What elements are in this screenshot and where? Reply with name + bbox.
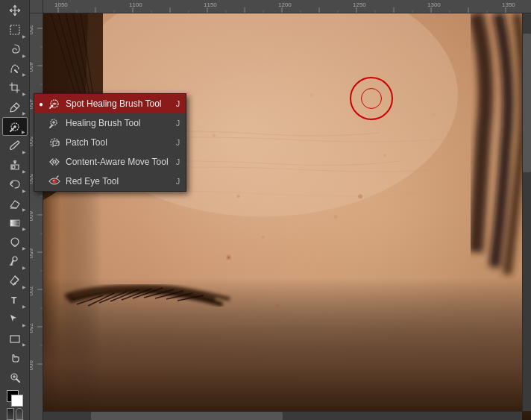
tool-hand[interactable] bbox=[2, 348, 28, 367]
tool-gradient[interactable]: ▶ bbox=[2, 213, 28, 232]
menu-check-spot: ● bbox=[39, 100, 46, 108]
svg-line-125 bbox=[57, 176, 58, 178]
patch-label: Patch Tool bbox=[66, 137, 107, 148]
svg-point-106 bbox=[11, 238, 19, 245]
svg-text:1300: 1300 bbox=[427, 1, 441, 8]
photo-background bbox=[43, 13, 531, 420]
svg-point-75 bbox=[261, 236, 264, 239]
svg-point-97 bbox=[358, 194, 362, 198]
svg-text:1350: 1350 bbox=[502, 1, 515, 8]
svg-text:650: 650 bbox=[30, 248, 34, 259]
ruler-corner bbox=[30, 0, 43, 13]
content-aware-shortcut: J bbox=[169, 157, 180, 166]
spot-healing-icon bbox=[48, 97, 61, 110]
tool-marquee[interactable]: ▶ bbox=[2, 21, 28, 40]
svg-text:800: 800 bbox=[30, 360, 34, 371]
tool-brush[interactable]: ▶ bbox=[2, 137, 28, 155]
patch-icon bbox=[48, 136, 61, 149]
svg-point-109 bbox=[14, 283, 16, 284]
svg-point-73 bbox=[237, 195, 240, 198]
svg-line-99 bbox=[14, 106, 17, 109]
svg-point-95 bbox=[227, 257, 230, 259]
tool-zoom[interactable] bbox=[2, 368, 28, 386]
tool-quick-select[interactable]: ▶ bbox=[2, 60, 28, 78]
context-menu: ● Spot Healing Brush Tool J ● Healing Br… bbox=[34, 93, 186, 192]
quick-mask[interactable] bbox=[7, 408, 23, 420]
svg-text:1200: 1200 bbox=[278, 1, 292, 8]
red-eye-label: Red Eye Tool bbox=[66, 176, 119, 187]
background-color[interactable] bbox=[11, 395, 23, 407]
spot-healing-shortcut: J bbox=[169, 99, 180, 108]
menu-item-content-aware[interactable]: ● Content-Aware Move Tool J bbox=[34, 152, 186, 172]
svg-text:600: 600 bbox=[30, 211, 34, 222]
toolbar: ▶ ▶ ▶ ▶ ▶ bbox=[0, 0, 30, 420]
svg-text:T: T bbox=[11, 295, 17, 306]
svg-point-122 bbox=[53, 160, 56, 163]
healing-brush-label: Healing Brush Tool bbox=[66, 118, 141, 128]
tool-path-select[interactable]: ▶ bbox=[2, 310, 28, 329]
healing-brush-shortcut: J bbox=[169, 119, 180, 128]
tool-eyedropper[interactable]: ▶ bbox=[2, 98, 28, 116]
svg-text:700: 700 bbox=[30, 286, 34, 296]
svg-point-123 bbox=[53, 180, 57, 184]
tool-dodge[interactable]: ▶ bbox=[2, 252, 28, 271]
svg-point-70 bbox=[310, 93, 313, 97]
healing-brush-icon bbox=[48, 116, 61, 130]
tool-healing[interactable]: ▶ bbox=[2, 117, 28, 136]
tool-move[interactable] bbox=[2, 1, 28, 20]
menu-item-healing-brush[interactable]: ● Healing Brush Tool J bbox=[34, 113, 186, 133]
canvas-area bbox=[43, 13, 531, 420]
svg-point-69 bbox=[213, 134, 216, 137]
tool-shape[interactable]: ▶ bbox=[2, 329, 28, 348]
brush-cursor bbox=[350, 77, 393, 120]
svg-text:1150: 1150 bbox=[204, 1, 217, 8]
red-eye-icon bbox=[48, 175, 61, 188]
svg-text:1250: 1250 bbox=[353, 1, 366, 8]
tool-eraser[interactable]: ▶ bbox=[2, 195, 28, 213]
svg-point-74 bbox=[334, 215, 338, 219]
svg-point-71 bbox=[383, 154, 386, 157]
svg-rect-111 bbox=[10, 336, 19, 342]
menu-item-spot-healing[interactable]: ● Spot Healing Brush Tool J bbox=[34, 94, 186, 113]
content-aware-label: Content-Aware Move Tool bbox=[66, 157, 169, 167]
svg-text:400: 400 bbox=[30, 62, 34, 72]
horizontal-scrollbar[interactable] bbox=[43, 411, 522, 420]
tool-type[interactable]: T ▶ bbox=[2, 291, 28, 310]
svg-point-96 bbox=[275, 304, 280, 308]
tool-blur[interactable]: ▶ bbox=[2, 233, 28, 251]
svg-text:1050: 1050 bbox=[54, 1, 68, 8]
svg-text:750: 750 bbox=[30, 323, 34, 333]
left-ruler: 3 350 400 450 500 550 600 650 700 750 80… bbox=[30, 13, 43, 420]
svg-line-113 bbox=[16, 379, 19, 382]
tool-crop[interactable]: ▶ bbox=[2, 78, 28, 97]
tool-pen[interactable]: ▶ bbox=[2, 272, 28, 290]
svg-text:350: 350 bbox=[30, 25, 34, 35]
vertical-scrollbar[interactable] bbox=[522, 13, 531, 411]
red-eye-shortcut: J bbox=[169, 177, 180, 186]
tool-clone-stamp[interactable]: ▶ bbox=[2, 156, 28, 175]
svg-point-124 bbox=[53, 180, 54, 181]
tool-history-brush[interactable]: ▶ bbox=[2, 175, 28, 194]
patch-shortcut: J bbox=[169, 138, 180, 147]
svg-rect-98 bbox=[10, 25, 19, 34]
tool-lasso[interactable]: ▶ bbox=[2, 40, 28, 59]
svg-point-102 bbox=[12, 166, 15, 169]
spot-healing-label: Spot Healing Brush Tool bbox=[66, 98, 162, 109]
menu-item-red-eye[interactable]: ● Red Eye Tool J bbox=[34, 172, 186, 191]
menu-item-patch[interactable]: ● Patch Tool J bbox=[34, 133, 186, 152]
svg-text:1100: 1100 bbox=[129, 1, 142, 8]
brush-cursor-inner bbox=[361, 88, 382, 109]
svg-point-72 bbox=[431, 113, 436, 117]
top-ruler: 1050 1100 1150 1200 1250 1300 1350 bbox=[43, 0, 531, 13]
content-aware-icon bbox=[48, 155, 61, 169]
